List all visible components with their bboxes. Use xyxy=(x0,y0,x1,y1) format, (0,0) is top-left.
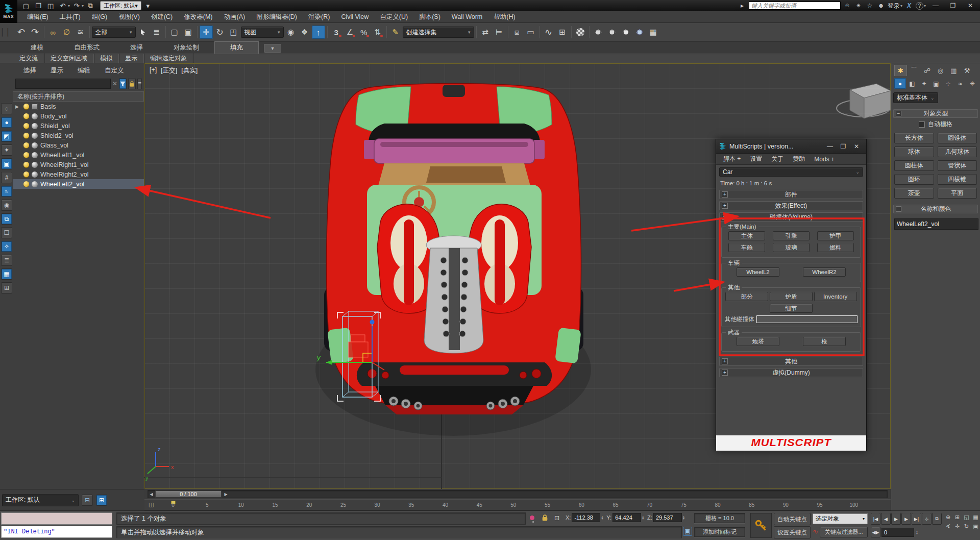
keyboard-override-icon[interactable]: ↑ xyxy=(312,26,325,39)
zoom-extents-icon[interactable]: ◱ xyxy=(963,513,970,521)
create-category-icon[interactable]: ● xyxy=(894,78,906,89)
volume-misc-button[interactable]: 部分 xyxy=(725,292,768,301)
visibility-bulb-icon[interactable] xyxy=(23,181,29,187)
bottom-workspace-selector[interactable]: 工作区: 默认⌄ xyxy=(2,494,79,506)
favorites-icon[interactable]: ☆ xyxy=(865,1,874,10)
rollout-volume[interactable]: −碰撞体(Volume) xyxy=(719,212,863,222)
key-filters-button[interactable]: 关键点过滤器... xyxy=(820,527,868,537)
material-editor-icon[interactable] xyxy=(574,26,587,39)
explorer-row[interactable]: ▶ Shield2_vol xyxy=(13,131,144,140)
frame-spinner[interactable]: ▲▼ xyxy=(916,530,918,534)
exchange-icon[interactable]: X xyxy=(904,1,914,10)
ribbon-tab[interactable]: 选择 xyxy=(115,42,158,54)
selection-filter-dropdown[interactable]: 全部▾ xyxy=(92,27,136,38)
rendered-frame-window-icon[interactable] xyxy=(605,26,619,39)
viewport-shading-label[interactable]: [真实] xyxy=(181,66,198,75)
explorer-row[interactable]: ▶ WheelLeft1_vol xyxy=(13,150,144,160)
command-panel-tab[interactable]: ▥ xyxy=(947,65,960,76)
expand-arrow-icon[interactable]: ▶ xyxy=(15,104,21,109)
dialog-menu-item[interactable]: Mods + xyxy=(810,156,839,163)
explorer-menu-item[interactable]: 编辑 xyxy=(71,65,96,76)
open-file-icon[interactable]: ❐ xyxy=(33,1,44,11)
display-filter-icon[interactable]: ≣ xyxy=(1,255,12,266)
use-pivot-center-icon[interactable]: ◉ xyxy=(284,26,298,39)
dialog-minimize-icon[interactable]: — xyxy=(823,143,837,150)
dialog-menu-item[interactable]: 设置 xyxy=(746,155,766,163)
pan-icon[interactable]: ✛ xyxy=(953,523,961,530)
primitive-button[interactable]: 圆环 xyxy=(894,174,934,185)
display-filter-icon[interactable]: # xyxy=(1,172,12,183)
explorer-menu-item[interactable]: 自定义 xyxy=(99,65,130,76)
go-start-button[interactable]: |◀ xyxy=(871,513,880,525)
signin-button[interactable]: 登录 xyxy=(888,2,900,10)
key-brackets-icon[interactable]: ⧉ xyxy=(932,513,942,525)
snap-3d-icon[interactable]: 3 xyxy=(330,26,343,39)
track-bar[interactable]: ◫ 05101520253035404550556065707580859095… xyxy=(144,499,891,510)
go-end-button[interactable]: ▶| xyxy=(912,513,921,525)
render-last-icon[interactable]: ▦ xyxy=(647,26,660,39)
angle-snap-icon[interactable]: ∠ xyxy=(344,26,357,39)
visibility-bulb-icon[interactable] xyxy=(23,162,29,167)
volume-main-button[interactable]: 引擎 xyxy=(773,231,810,240)
render-production-icon[interactable] xyxy=(619,26,632,39)
undo-toolbar-icon[interactable]: ↶ xyxy=(15,26,28,39)
search-input[interactable] xyxy=(749,2,841,10)
primitive-button[interactable]: 圆柱体 xyxy=(894,160,934,171)
add-key-step-icon[interactable]: ⊹ xyxy=(922,513,932,525)
explorer-row[interactable]: ▶ Body_vol xyxy=(13,111,144,121)
select-move-icon[interactable]: ✛ xyxy=(200,26,213,39)
search-icon[interactable]: ⌾ xyxy=(843,1,852,10)
explorer-row[interactable]: ▶ WheelRight1_vol xyxy=(13,160,144,169)
absolute-mode-icon[interactable]: ⊡ xyxy=(552,513,561,523)
restore-button[interactable]: ❐ xyxy=(945,1,961,11)
volume-main-button[interactable]: 护甲 xyxy=(817,231,854,240)
explorer-row[interactable]: ▶ Basis xyxy=(13,102,144,111)
menu-item[interactable]: 修改器(M) xyxy=(178,11,218,23)
volume-wheel-button[interactable]: WheelR2 xyxy=(803,267,846,277)
window-crossing-icon[interactable]: ▣ xyxy=(182,26,195,39)
save-file-icon[interactable]: ◫ xyxy=(45,1,56,11)
dialog-title-bar[interactable]: MultiScripts | version... — ❐ ✕ xyxy=(716,139,866,154)
help-icon[interactable]: ? xyxy=(916,2,923,10)
unlink-selection-icon[interactable]: ∅ xyxy=(60,26,74,39)
selection-lock-icon[interactable] xyxy=(541,514,549,523)
explorer-row[interactable]: ▶ WheelLeft2_vol xyxy=(13,179,144,189)
max-logo[interactable]: MAX xyxy=(0,0,17,23)
prev-frame-button[interactable]: ◀ xyxy=(881,513,891,525)
selected-objects-dropdown[interactable]: 选定对象▾ xyxy=(813,513,868,524)
time-prev-arrow[interactable]: ◀ xyxy=(148,491,155,497)
menu-item[interactable]: Wall Worm xyxy=(446,11,488,23)
pick-parent-icon[interactable]: ≡ xyxy=(137,78,142,89)
filter-funnel-icon[interactable] xyxy=(119,78,127,89)
menu-item[interactable]: 脚本(S) xyxy=(413,11,446,23)
rollout-dummy[interactable]: +虚拟(Dummy) xyxy=(719,368,863,377)
isolate-selection-icon[interactable] xyxy=(530,514,534,522)
zoom-icon[interactable]: ⊕ xyxy=(944,513,952,521)
auto-key-button[interactable]: 自动关键点 xyxy=(774,513,811,525)
display-filter-icon[interactable]: ◉ xyxy=(1,200,12,211)
time-slider-track[interactable]: ◀ 0 / 100 ▶ xyxy=(148,490,888,498)
dialog-menu-item[interactable]: 赞助 xyxy=(789,155,809,163)
explorer-column-header[interactable]: 名称(按升序排序) xyxy=(13,91,144,102)
ribbon-tab[interactable]: 对象绘制 xyxy=(158,42,214,54)
display-filter-icon[interactable]: ≈ xyxy=(1,186,12,197)
ribbon-minimize-icon[interactable]: ▼ xyxy=(264,44,281,53)
primitive-button[interactable]: 四棱锥 xyxy=(938,174,977,185)
select-link-icon[interactable]: ∞ xyxy=(46,26,60,39)
scene-explorer-toggle-icon[interactable]: ⊟ xyxy=(82,495,93,506)
maximize-viewport-icon[interactable]: ▣ xyxy=(972,523,979,530)
rectangular-selection-icon[interactable]: ▢ xyxy=(168,26,181,39)
geometry-category-dropdown[interactable]: 标准基本体⌄ xyxy=(893,92,938,103)
lock-explorer-icon[interactable] xyxy=(128,78,136,89)
volume-misc-button[interactable]: 细节 xyxy=(770,304,813,313)
visibility-bulb-icon[interactable] xyxy=(23,123,29,129)
populate-tool[interactable]: 模拟 xyxy=(94,54,119,63)
menu-item[interactable]: 组(G) xyxy=(86,11,113,23)
clear-search-icon[interactable]: ✕ xyxy=(112,79,117,88)
curve-editor-icon[interactable]: ∿ xyxy=(542,26,555,39)
viewport-menu-label[interactable]: [+] xyxy=(150,66,157,75)
next-frame-button[interactable]: ▶ xyxy=(901,513,911,525)
redo-icon[interactable]: ↷ xyxy=(71,1,82,11)
menu-item[interactable]: 视图(V) xyxy=(113,11,145,23)
create-category-icon[interactable]: ◧ xyxy=(906,78,918,89)
